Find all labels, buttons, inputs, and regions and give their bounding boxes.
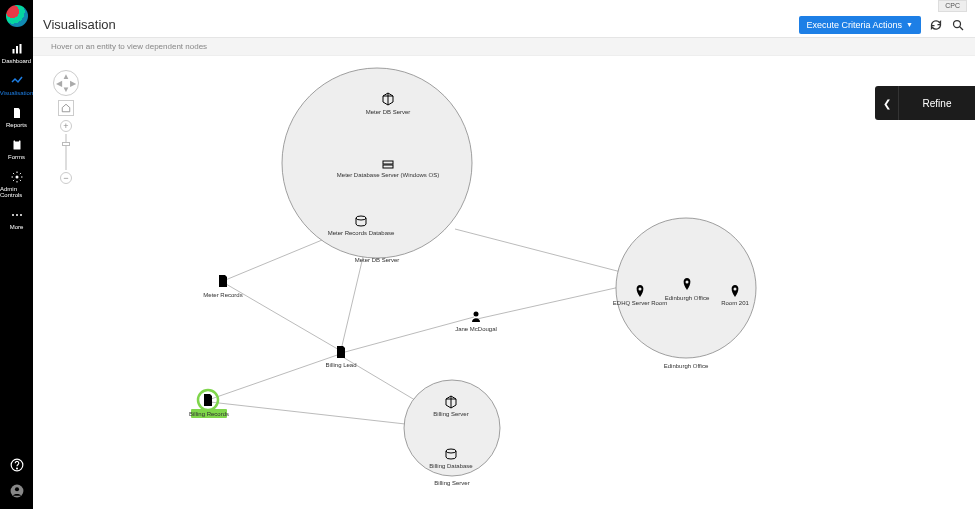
sidebar-item-label: Forms [8,154,25,160]
page-title: Visualisation [43,17,116,32]
svg-point-9 [20,214,22,216]
visualisation-icon [10,74,24,88]
svg-point-37 [404,380,500,476]
node-label: EDHQ Server Room [613,300,667,306]
node-label: Edinburgh Office [665,295,710,301]
node-label: Billing Lead [325,362,356,368]
node-label: Jane McDougal [455,326,497,332]
cluster-billing-server[interactable]: Billing Server Billing Server Billing Da… [404,380,500,486]
forms-icon [10,138,24,152]
svg-point-6 [15,176,18,179]
sidebar-item-visualisation[interactable]: Visualisation [0,69,33,101]
sidebar-item-label: Visualisation [0,90,33,96]
cluster-meter-db[interactable]: Meter DB Server Meter DB Server Meter Da… [282,68,472,263]
pan-right-icon: ▶ [70,79,76,88]
more-icon [10,208,24,222]
svg-rect-5 [15,140,19,142]
graph-canvas[interactable]: Meter DB Server Meter DB Server Meter Da… [33,56,975,509]
zoom-in-button[interactable]: + [60,120,72,132]
svg-line-15 [960,26,964,30]
reports-icon [10,106,24,120]
sidebar-item-more[interactable]: More [0,203,33,235]
zoom-track[interactable] [65,134,67,170]
user-avatar-icon[interactable] [9,483,25,499]
cluster-label: Billing Server [434,480,469,486]
help-icon[interactable] [9,457,25,473]
svg-point-8 [16,214,18,216]
node-label: Billing Database [429,463,473,469]
svg-line-32 [210,402,423,426]
map-controls: ▲ ▼ ◀ ▶ + − [53,70,79,184]
cluster-label: Meter DB Server [355,257,400,263]
svg-line-28 [208,353,343,400]
sidebar-item-label: Reports [6,122,27,128]
node-label: Meter Records Database [328,230,395,236]
search-icon[interactable] [951,18,965,32]
node-billing-records[interactable]: Billing Records [189,390,229,418]
caret-down-icon: ▼ [906,21,913,28]
sidebar-item-label: Dashboard [2,58,31,64]
node-label: Billing Records [189,411,229,417]
node-label: Meter Records [203,292,242,298]
refresh-icon[interactable] [929,18,943,32]
zoom-handle[interactable] [62,142,70,146]
pan-down-icon: ▼ [62,85,70,94]
node-label: Room 201 [721,300,749,306]
node-label: Meter Database Server (Windows OS) [337,172,439,178]
refine-label: Refine [899,98,975,109]
svg-point-13 [14,487,18,491]
svg-rect-1 [16,46,18,54]
main-area: CPC Visualisation Execute Criteria Actio… [33,0,975,509]
node-meter-records[interactable]: Meter Records [203,275,242,298]
svg-point-14 [954,20,961,27]
sidebar-item-dashboard[interactable]: Dashboard [0,37,33,69]
app-logo[interactable] [6,5,28,27]
node-billing-lead[interactable]: Billing Lead [325,346,356,368]
sidebar-item-forms[interactable]: Forms [0,133,33,165]
hint-bar: Hover on an entity to view dependent nod… [33,38,975,56]
sidebar-item-label: More [10,224,24,230]
zoom-out-button[interactable]: − [60,172,72,184]
svg-line-26 [226,284,341,351]
sidebar-item-label: Admin Controls [0,186,33,198]
pan-left-icon: ◀ [56,79,62,88]
execute-criteria-button[interactable]: Execute Criteria Actions ▼ [799,16,921,34]
refine-collapse-button[interactable]: ❮ [875,86,899,120]
canvas-area[interactable]: ▲ ▼ ◀ ▶ + − ❮ Refine [33,56,975,509]
header: Visualisation Execute Criteria Actions ▼ [33,12,975,38]
gear-icon [10,170,24,184]
dashboard-icon [10,42,24,56]
top-tag-bar: CPC [33,0,975,12]
node-label: Meter DB Server [366,109,411,115]
hint-text: Hover on an entity to view dependent nod… [51,42,207,51]
svg-point-7 [12,214,14,216]
node-label: Billing Server [433,411,468,417]
execute-criteria-label: Execute Criteria Actions [807,20,903,30]
svg-line-30 [345,317,474,352]
sidebar-item-admin[interactable]: Admin Controls [0,165,33,203]
pan-up-icon: ▲ [62,72,70,81]
refine-panel: ❮ Refine [875,86,975,120]
pan-control[interactable]: ▲ ▼ ◀ ▶ [53,70,79,96]
svg-rect-0 [12,49,14,54]
zoom-slider: + − [62,120,70,184]
svg-rect-4 [13,141,20,150]
svg-point-11 [16,468,17,469]
cluster-edinburgh[interactable]: Edinburgh Office EDHQ Server Room Edinbu… [613,218,756,369]
svg-rect-2 [19,44,21,54]
sidebar: Dashboard Visualisation Reports Forms Ad… [0,0,33,509]
cluster-label: Edinburgh Office [664,363,709,369]
home-button[interactable] [58,100,74,116]
sidebar-item-reports[interactable]: Reports [0,101,33,133]
node-jane[interactable]: Jane McDougal [455,312,497,333]
context-tag[interactable]: CPC [938,0,967,12]
